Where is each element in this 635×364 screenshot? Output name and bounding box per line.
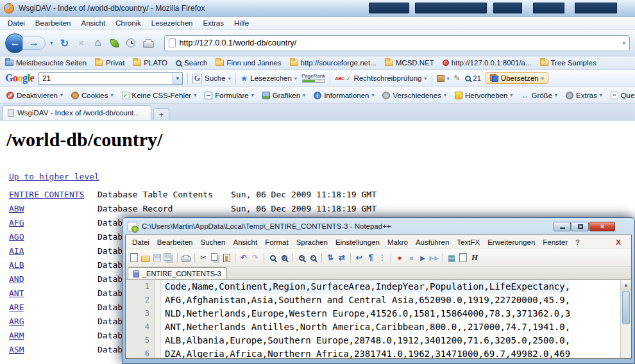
print-icon[interactable] xyxy=(181,252,191,263)
edit-button[interactable]: ✎ xyxy=(454,74,461,83)
record-macro-icon[interactable]: ● xyxy=(394,252,405,263)
html-preview-icon[interactable]: H xyxy=(470,252,480,263)
save-icon[interactable] xyxy=(152,252,162,263)
entry-link[interactable]: ARE xyxy=(9,302,97,312)
new-tab-button[interactable]: + xyxy=(153,108,169,120)
entry-link[interactable]: AND xyxy=(9,274,97,284)
close-button[interactable]: × xyxy=(589,222,615,231)
webdev-hervorheben[interactable]: Hervorheben▾ xyxy=(451,92,517,99)
home-button[interactable]: ⌂ xyxy=(91,35,105,51)
npp-menu-bearbeiten[interactable]: Bearbeiten xyxy=(153,236,197,248)
bookmark-localhost-8001[interactable]: http://127.0.0.1:8001/a... xyxy=(443,59,532,67)
open-folder-icon[interactable] xyxy=(140,252,151,263)
webdev-quelltext[interactable]: ‹›Quelltext xyxy=(607,92,635,99)
pagerank-widget[interactable]: PageRank xyxy=(301,74,325,83)
editor-line[interactable]: 3NLD,Netherlands,Europe,Western Europe,4… xyxy=(126,307,620,320)
menu-lesezeichen[interactable]: Lesezeichen xyxy=(146,18,198,28)
bookmark-sourceforge[interactable]: http://sourceforge.net... xyxy=(290,59,377,67)
maximize-button[interactable] xyxy=(572,222,589,231)
word-wrap-icon[interactable]: ↩ xyxy=(354,252,364,263)
replace-icon[interactable]: a xyxy=(279,252,289,263)
editor-line[interactable]: 6DZA,Algeria,Africa,Northern Africa,2381… xyxy=(126,347,620,358)
print-button[interactable] xyxy=(143,41,154,48)
entry-link[interactable]: ALB xyxy=(9,260,97,270)
npp-menu-sprachen[interactable]: Sprachen xyxy=(292,236,332,248)
webdev-extras[interactable]: Extras▾ xyxy=(562,92,606,99)
find-icon[interactable] xyxy=(267,252,278,263)
translate-button[interactable]: Übersetzen▾ xyxy=(486,72,548,84)
notepadpp-titlebar[interactable]: C:\Users\Martin\AppData\Local\Temp\_ENTI… xyxy=(125,218,632,235)
webdev-formulare[interactable]: Formulare▾ xyxy=(201,92,257,99)
editor-line[interactable]: 4ANT,Netherlands Antilles,North America,… xyxy=(126,320,620,334)
bookmark-finn-und-jannes[interactable]: Finn und Jannes xyxy=(216,59,281,67)
google-search-button[interactable]: GSuche▾ xyxy=(192,74,231,83)
zoom-in-icon[interactable]: + xyxy=(296,252,307,263)
scroll-up-icon[interactable]: ▲ xyxy=(621,280,631,290)
editor-line[interactable]: 5ALB,Albania,Europe,Southern Europe,2874… xyxy=(126,334,620,347)
webdev-css[interactable]: ✓Keine CSS-Fehler▾ xyxy=(118,92,201,99)
vertical-scrollbar[interactable]: ▲ xyxy=(620,280,631,358)
notepadpp-editor[interactable]: 1Code,Name,Continent,Region,SurfaceArea,… xyxy=(126,280,631,358)
entry-link[interactable]: ANT xyxy=(9,288,97,298)
entry-link[interactable]: ENTIRE CONTENTS xyxy=(9,190,97,199)
menu-extras[interactable]: Extras xyxy=(198,18,229,28)
url-text[interactable]: http://127.0.0.1/world-db/country/ xyxy=(180,38,619,47)
entry-link[interactable]: AFG xyxy=(9,218,97,228)
google-search-input[interactable]: 21 ▼ xyxy=(38,72,183,85)
npp-menu-textfx[interactable]: TextFX xyxy=(453,236,484,248)
bookmark-search[interactable]: Search xyxy=(176,59,207,67)
history-dropdown-icon[interactable]: ▾ xyxy=(48,40,55,46)
webdev-grafiken[interactable]: Grafiken▾ xyxy=(258,92,309,99)
webdev-deaktivieren[interactable]: Deaktivieren▾ xyxy=(3,92,67,99)
urlbar-dropdown-icon[interactable]: ▾ xyxy=(622,40,625,46)
webdev-verschiedenes[interactable]: Verschiedenes▾ xyxy=(378,92,450,99)
entry-link[interactable]: ASM xyxy=(9,345,97,354)
stop-macro-icon[interactable]: ■ xyxy=(406,252,416,263)
bookmark-mcsd[interactable]: MCSD.NET xyxy=(385,59,434,67)
menu-ansicht[interactable]: Ansicht xyxy=(76,18,110,28)
webdev-cookies[interactable]: Cookies▾ xyxy=(67,92,117,99)
npp-menu-einstellungen[interactable]: Einstellungen xyxy=(332,236,384,248)
search-history-dropdown-icon[interactable]: ▼ xyxy=(173,73,182,84)
entry-link[interactable]: AGO xyxy=(9,232,97,242)
sync-scroll-horizontal-icon[interactable]: ⇄ xyxy=(337,252,347,263)
paste-icon[interactable] xyxy=(221,252,232,263)
webdev-groesse[interactable]: ↔Größe▾ xyxy=(517,92,561,99)
sync-scroll-vertical-icon[interactable]: ⇅ xyxy=(325,252,335,263)
stop-button[interactable]: × xyxy=(74,35,89,51)
history-clock-icon[interactable] xyxy=(126,38,135,47)
reload-button[interactable]: ↻ xyxy=(58,35,72,51)
forward-button[interactable]: → xyxy=(22,37,46,50)
entry-link[interactable]: ARG xyxy=(9,317,97,326)
scrollbar-thumb[interactable] xyxy=(622,291,630,324)
menu-bearbeiten[interactable]: Bearbeiten xyxy=(30,18,76,28)
entry-link[interactable]: ABW xyxy=(9,204,97,213)
redo-icon[interactable]: ↷ xyxy=(250,252,260,263)
npp-menu-ansicht[interactable]: Ansicht xyxy=(230,236,262,248)
zoom-out-icon[interactable]: − xyxy=(308,252,318,263)
npp-menu-makro[interactable]: Makro xyxy=(384,236,412,248)
bookmark-tree-samples[interactable]: Tree Samples xyxy=(540,59,597,67)
copy-icon[interactable] xyxy=(210,252,220,263)
cut-icon[interactable]: ✂ xyxy=(198,252,208,263)
close-document-button[interactable]: X xyxy=(612,236,625,248)
menu-datei[interactable]: Datei xyxy=(3,18,30,28)
bookmark-privat[interactable]: Privat xyxy=(95,59,124,67)
minimize-button[interactable] xyxy=(554,222,571,231)
bookmark-meistbesuchte[interactable]: Meistbesuchte Seiten xyxy=(5,59,87,67)
npp-tab-entire-contents[interactable]: _ENTIRE_CONTENTS-3 xyxy=(128,267,227,279)
npp-menu-suchen[interactable]: Suchen xyxy=(196,236,229,248)
up-to-higher-level-link[interactable]: Up to higher level xyxy=(9,172,99,181)
spellcheck-button[interactable]: ABC✓Rechtschreibprüfung▾ xyxy=(335,74,427,82)
tab-wsgidav[interactable]: WsgiDAV - Index of /world-db/count... xyxy=(3,105,151,120)
indent-guide-icon[interactable]: ⋮ xyxy=(377,252,387,263)
entry-link[interactable]: AIA xyxy=(9,246,97,256)
menu-chronik[interactable]: Chronik xyxy=(110,18,146,28)
google-bookmarks-button[interactable]: ★Lesezeichen▾ xyxy=(241,74,297,83)
npp-menu-fenster[interactable]: Fenster xyxy=(539,236,572,248)
npp-menu-ausfuehren[interactable]: Ausführen xyxy=(412,236,453,248)
save-all-icon[interactable] xyxy=(164,252,174,263)
webdev-informationen[interactable]: iInformationen▾ xyxy=(310,92,378,99)
edit-page-icon[interactable] xyxy=(458,252,468,263)
show-all-characters-icon[interactable]: ¶ xyxy=(366,252,376,263)
